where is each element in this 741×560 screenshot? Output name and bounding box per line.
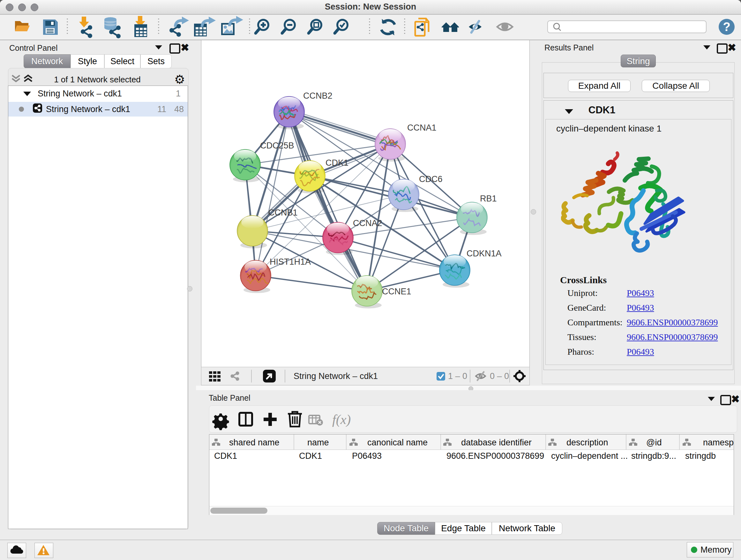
svg-text:9606.ENSP00000378699: 9606.ENSP00000378699: [447, 451, 544, 461]
svg-text:CCNB2: CCNB2: [303, 91, 333, 101]
svg-text:canonical name: canonical name: [367, 438, 428, 447]
svg-text:CDKN1A: CDKN1A: [467, 249, 502, 258]
svg-text:description: description: [566, 438, 608, 447]
svg-text:?: ?: [723, 20, 730, 34]
svg-text:CDC25B: CDC25B: [260, 141, 294, 150]
svg-text:CDK1: CDK1: [299, 451, 322, 461]
svg-text:@id: @id: [646, 438, 662, 447]
svg-text:CDK1: CDK1: [326, 158, 348, 168]
svg-text:CDK1: CDK1: [214, 451, 237, 461]
svg-text:0 – 0: 0 – 0: [490, 371, 509, 381]
svg-text:shared name: shared name: [229, 438, 280, 447]
svg-text:CDC6: CDC6: [419, 174, 443, 184]
svg-text:stringdb:9...: stringdb:9...: [631, 451, 676, 461]
svg-text:HIST1H1A: HIST1H1A: [270, 257, 311, 266]
svg-text:1 – 0: 1 – 0: [448, 371, 467, 381]
svg-text:RB1: RB1: [480, 194, 497, 203]
svg-text:String Network – cdk1: String Network – cdk1: [293, 371, 378, 381]
svg-text:stringdb: stringdb: [685, 451, 716, 461]
svg-text:cyclin–dependent ...: cyclin–dependent ...: [551, 451, 628, 461]
svg-text:CCNA2: CCNA2: [353, 219, 382, 228]
svg-text:CCNE1: CCNE1: [382, 287, 411, 296]
svg-text:P06493: P06493: [352, 451, 382, 461]
svg-text:database identifier: database identifier: [461, 438, 532, 447]
svg-text:CCNA1: CCNA1: [407, 123, 436, 132]
svg-text:name: name: [307, 438, 329, 447]
svg-text:namespac: namespac: [703, 438, 734, 447]
svg-text:f(x): f(x): [332, 412, 351, 427]
svg-text:CCNB1: CCNB1: [268, 208, 298, 217]
